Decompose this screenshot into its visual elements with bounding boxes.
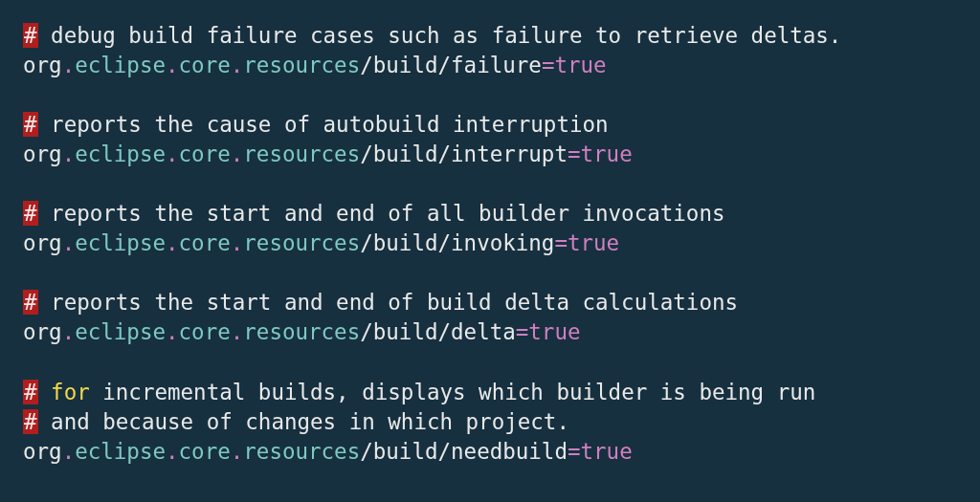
code-line: # reports the start and end of all build…	[23, 199, 957, 229]
pkg-segment: core	[179, 319, 231, 344]
dot: .	[62, 319, 76, 344]
comment-hash: #	[23, 290, 38, 315]
pkg-segment: core	[179, 439, 231, 464]
prop-value: true	[581, 142, 633, 166]
dot: .	[166, 230, 179, 255]
code-line	[23, 169, 957, 199]
pkg-segment: resources	[243, 319, 360, 344]
slash: /	[438, 439, 452, 464]
dot: .	[231, 142, 244, 166]
keyword-for: for	[51, 380, 90, 404]
code-line	[23, 258, 957, 288]
code-line: org.eclipse.core.resources/build/interru…	[23, 140, 957, 169]
equals: =	[542, 53, 555, 77]
dot: .	[166, 53, 179, 77]
comment-text: incremental builds, displays which build…	[90, 380, 816, 404]
pkg-segment: eclipse	[75, 319, 166, 344]
dot: .	[166, 439, 179, 464]
comment-text: and because of changes in which project.	[38, 409, 569, 434]
code-line: org.eclipse.core.resources/build/delta=t…	[23, 317, 957, 347]
pkg-root: org	[23, 53, 62, 77]
equals: =	[568, 142, 581, 166]
pkg-root: org	[23, 439, 62, 464]
pkg-segment: core	[179, 230, 231, 255]
path-segment: build	[373, 439, 438, 464]
code-line: # reports the cause of autobuild interru…	[23, 110, 957, 140]
pkg-segment: resources	[243, 439, 360, 464]
path-segment: build	[373, 142, 438, 166]
path-segment: needbuild	[451, 439, 568, 464]
comment-text	[38, 380, 52, 404]
equals: =	[516, 319, 529, 344]
pkg-root: org	[23, 319, 62, 344]
prop-value: true	[554, 53, 606, 77]
code-editor[interactable]: # debug build failure cases such as fail…	[0, 0, 980, 467]
slash: /	[360, 319, 373, 344]
prop-value: true	[581, 439, 633, 464]
equals: =	[554, 230, 568, 255]
pkg-segment: eclipse	[75, 142, 166, 166]
slash: /	[360, 230, 373, 255]
code-line: org.eclipse.core.resources/build/needbui…	[23, 437, 957, 467]
code-line	[23, 80, 957, 110]
comment-hash: #	[23, 201, 38, 226]
code-line: # debug build failure cases such as fail…	[23, 21, 957, 51]
dot: .	[231, 230, 244, 255]
comment-hash: #	[23, 112, 38, 137]
comment-hash: #	[23, 409, 38, 434]
dot: .	[231, 439, 244, 464]
slash: /	[360, 53, 373, 77]
equals: =	[568, 439, 581, 464]
comment-text: reports the cause of autobuild interrupt…	[38, 112, 609, 137]
path-segment: invoking	[451, 230, 554, 255]
code-line: # for incremental builds, displays which…	[23, 378, 957, 407]
pkg-segment: resources	[243, 230, 360, 255]
dot: .	[62, 142, 76, 166]
slash: /	[360, 142, 373, 166]
pkg-root: org	[23, 230, 62, 255]
pkg-segment: resources	[243, 53, 360, 77]
comment-text: reports the start and end of all builder…	[38, 201, 725, 226]
dot: .	[231, 319, 244, 344]
code-line: org.eclipse.core.resources/build/invokin…	[23, 229, 957, 258]
slash: /	[438, 230, 452, 255]
pkg-segment: eclipse	[75, 439, 166, 464]
comment-hash: #	[23, 23, 38, 48]
pkg-segment: core	[179, 53, 231, 77]
dot: .	[231, 53, 244, 77]
pkg-segment: eclipse	[75, 230, 166, 255]
prop-value: true	[568, 230, 619, 255]
comment-text: reports the start and end of build delta…	[38, 290, 739, 315]
dot: .	[62, 53, 76, 77]
code-line: org.eclipse.core.resources/build/failure…	[23, 51, 957, 80]
dot: .	[62, 230, 76, 255]
prop-value: true	[528, 319, 580, 344]
path-segment: interrupt	[451, 142, 568, 166]
path-segment: build	[373, 230, 438, 255]
pkg-root: org	[23, 142, 62, 166]
pkg-segment: resources	[243, 142, 360, 166]
dot: .	[166, 142, 179, 166]
slash: /	[438, 53, 452, 77]
slash: /	[438, 319, 452, 344]
dot: .	[166, 319, 179, 344]
path-segment: delta	[451, 319, 516, 344]
code-line: # and because of changes in which projec…	[23, 407, 957, 437]
pkg-segment: eclipse	[75, 53, 166, 77]
comment-hash: #	[23, 380, 38, 404]
comment-text: debug build failure cases such as failur…	[38, 23, 842, 48]
slash: /	[360, 439, 373, 464]
path-segment: build	[373, 319, 438, 344]
path-segment: build	[373, 53, 438, 77]
code-line	[23, 348, 957, 378]
path-segment: failure	[451, 53, 542, 77]
code-line: # reports the start and end of build del…	[23, 288, 957, 317]
dot: .	[62, 439, 76, 464]
pkg-segment: core	[179, 142, 231, 166]
slash: /	[438, 142, 452, 166]
